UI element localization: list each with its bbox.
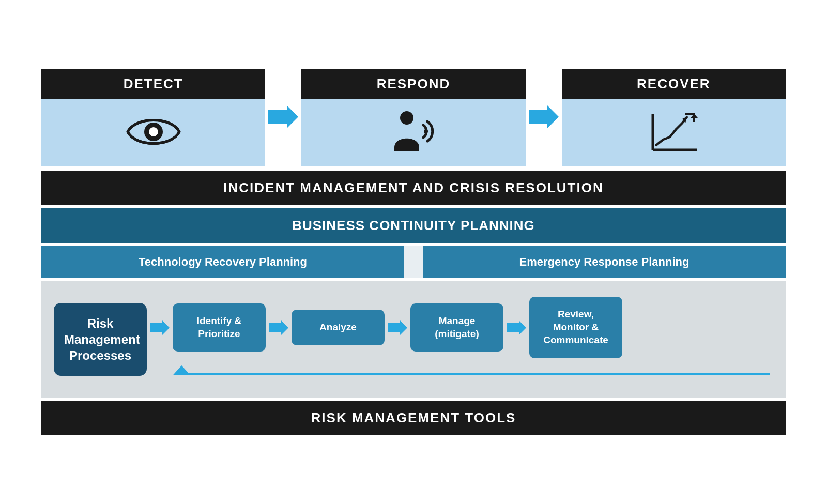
incident-banner: INCIDENT MANAGEMENT AND CRISIS RESOLUTIO… (41, 171, 786, 205)
flow-arrow-2 (385, 320, 410, 335)
recover-label: RECOVER (562, 69, 786, 99)
flow-step-3: Manage(mitigate) (410, 303, 503, 352)
step-1-label: Identify &Prioritize (197, 315, 242, 339)
respond-label: RESPOND (301, 69, 525, 99)
svg-point-4 (424, 129, 428, 133)
eye-icon (125, 111, 182, 155)
svg-marker-5 (529, 105, 559, 128)
flow-step-4: Review,Monitor &Communicate (529, 297, 622, 358)
flow-step-1: Identify &Prioritize (173, 303, 266, 352)
diagram-wrapper: DETECT (31, 53, 796, 450)
sub-plan-gap (410, 246, 417, 278)
recover-icon (645, 109, 702, 157)
flow-step-2: Analyze (292, 310, 385, 345)
svg-marker-13 (507, 320, 526, 335)
risk-main-box: RiskManagementProcesses (54, 303, 147, 376)
risk-main-label: RiskManagementProcesses (64, 316, 140, 362)
sub-planning-row: Technology Recovery Planning Emergency R… (41, 246, 786, 278)
svg-marker-10 (150, 320, 170, 335)
respond-block: RESPOND (301, 69, 525, 166)
detect-icon-area (41, 99, 265, 166)
step-4-label: Review,Monitor &Communicate (543, 309, 608, 345)
svg-marker-15 (173, 365, 190, 375)
tools-banner: RISK MANAGEMENT TOOLS (41, 401, 786, 435)
risk-area: RiskManagementProcesses Identify &Priori… (41, 281, 786, 397)
phase-row: DETECT (41, 69, 786, 166)
bcp-banner: BUSINESS CONTINUITY PLANNING (41, 208, 786, 243)
feedback-arrow-svg (147, 365, 773, 382)
step-3-label: Manage(mitigate) (435, 315, 479, 339)
respond-icon-area (301, 99, 525, 166)
flow-arrow-3 (503, 320, 529, 335)
feedback-arrow-container (147, 365, 773, 382)
recover-icon-area (562, 99, 786, 166)
step-2-label: Analyze (319, 322, 357, 332)
flow-steps-row: Identify &Prioritize Analyze (147, 297, 773, 358)
svg-marker-12 (388, 320, 407, 335)
arrow-right-2-icon (529, 105, 559, 130)
technology-recovery-block: Technology Recovery Planning (41, 246, 404, 278)
feedback-container: Identify &Prioritize Analyze (147, 297, 773, 381)
arrow-2-col (526, 69, 562, 166)
svg-marker-2 (268, 105, 298, 128)
respond-icon (385, 109, 442, 157)
emergency-response-block: Emergency Response Planning (423, 246, 786, 278)
svg-point-3 (400, 111, 414, 125)
flow-arrow-1 (266, 320, 292, 335)
detect-label: DETECT (41, 69, 265, 99)
flow-arrow-0 (147, 320, 173, 335)
svg-point-1 (149, 127, 158, 136)
recover-block: RECOVER (562, 69, 786, 166)
arrow-right-1-icon (268, 105, 298, 130)
arrow-1-col (265, 69, 301, 166)
detect-block: DETECT (41, 69, 265, 166)
svg-marker-11 (269, 320, 288, 335)
